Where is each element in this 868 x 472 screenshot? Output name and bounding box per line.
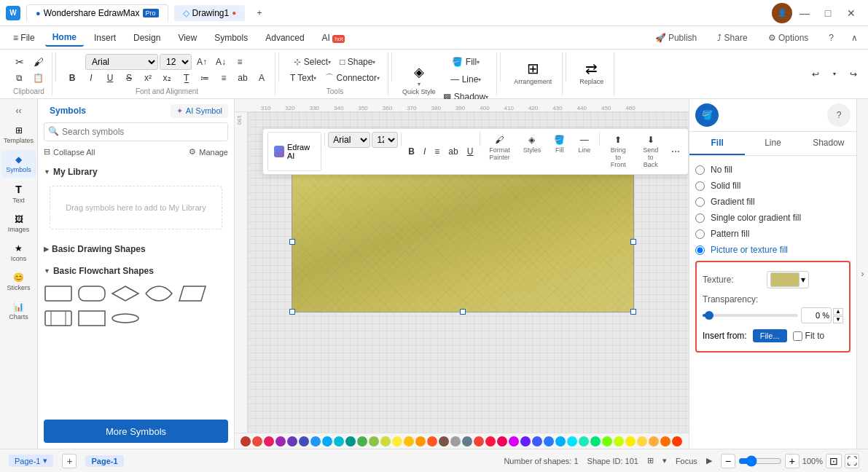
- my-library-header[interactable]: ▼ My Library: [44, 164, 228, 180]
- sidebar-item-icons[interactable]: ★ Icons: [1, 239, 36, 267]
- color-swatch[interactable]: [660, 436, 670, 447]
- symbols-panel-tab[interactable]: Symbols: [44, 103, 92, 118]
- color-swatch[interactable]: [241, 436, 251, 447]
- line-button[interactable]: — Line ▾: [439, 71, 492, 87]
- options-button[interactable]: ⚙ Options: [761, 30, 816, 46]
- color-swatch[interactable]: [439, 436, 449, 447]
- drawing-tab-close[interactable]: ●: [232, 9, 236, 17]
- float-align-button[interactable]: ≡: [431, 132, 443, 171]
- color-swatch[interactable]: [357, 436, 367, 447]
- question-panel-icon[interactable]: ?: [827, 103, 851, 127]
- add-page-button[interactable]: +: [62, 454, 77, 468]
- color-swatch[interactable]: [334, 436, 344, 447]
- shape-button[interactable]: □ Shape ▾: [336, 54, 379, 70]
- list-item[interactable]: [111, 283, 140, 304]
- float-line-button[interactable]: — Line: [575, 133, 593, 155]
- manage-button[interactable]: ⚙ Manage: [189, 147, 228, 157]
- italic-button[interactable]: I: [82, 70, 100, 86]
- paste-button[interactable]: 📋: [29, 70, 47, 86]
- color-swatch[interactable]: [590, 436, 601, 447]
- list-item[interactable]: [111, 308, 140, 329]
- color-swatch[interactable]: [614, 436, 624, 447]
- picture-texture-option[interactable]: Picture or texture fill: [695, 242, 851, 258]
- color-swatch[interactable]: [345, 436, 356, 447]
- color-swatch[interactable]: [567, 436, 577, 447]
- bold-button[interactable]: B: [63, 70, 81, 86]
- font-color-button[interactable]: A: [253, 70, 270, 86]
- handle-bottom-right[interactable]: [630, 309, 636, 315]
- zoom-in-button[interactable]: +: [785, 454, 799, 468]
- menu-file[interactable]: ≡ File: [6, 30, 42, 46]
- file-button[interactable]: File...: [753, 329, 787, 342]
- strikethrough-button[interactable]: S: [120, 70, 138, 86]
- canvas-shape[interactable]: [292, 170, 634, 312]
- fill-button[interactable]: 🪣 Fill ▾: [439, 54, 492, 70]
- color-swatch[interactable]: [299, 436, 309, 447]
- color-swatch[interactable]: [427, 436, 437, 447]
- solid-fill-option[interactable]: Solid fill: [695, 178, 851, 194]
- page-tab-selector[interactable]: Page-1 ▾: [9, 455, 53, 467]
- collapse-all-button[interactable]: ⊟ Collapse All: [44, 147, 95, 157]
- gradient-fill-option[interactable]: Gradient fill: [695, 194, 851, 210]
- close-button[interactable]: ✕: [840, 3, 862, 23]
- gradient-fill-radio[interactable]: [695, 197, 705, 207]
- float-bold-button[interactable]: B: [404, 132, 418, 171]
- select-button[interactable]: ⊹ Select ▾: [290, 54, 335, 70]
- menu-insert[interactable]: Insert: [87, 30, 123, 46]
- menu-home[interactable]: Home: [45, 29, 84, 47]
- color-swatch[interactable]: [275, 436, 286, 447]
- handle-bottom-middle[interactable]: [460, 309, 466, 315]
- menu-advanced[interactable]: Advanced: [258, 30, 311, 46]
- color-swatch[interactable]: [509, 436, 519, 447]
- float-underline-button[interactable]: U: [464, 132, 477, 171]
- menu-ai[interactable]: AI hot: [315, 30, 353, 46]
- color-swatch[interactable]: [369, 436, 379, 447]
- drawing-tab[interactable]: ◇ Drawing1 ●: [174, 5, 246, 21]
- handle-middle-right[interactable]: [630, 239, 636, 245]
- solid-fill-radio[interactable]: [695, 181, 705, 191]
- color-swatch[interactable]: [264, 436, 274, 447]
- font-grow-button[interactable]: A↑: [193, 54, 211, 70]
- replace-button[interactable]: ⇄ Replace: [574, 54, 609, 91]
- color-swatch[interactable]: [322, 436, 332, 447]
- color-swatch[interactable]: [520, 436, 531, 447]
- color-swatch[interactable]: [474, 436, 484, 447]
- share-button[interactable]: ⤴ Share: [710, 30, 754, 46]
- numbering-button[interactable]: ≡: [215, 70, 232, 86]
- underline-button[interactable]: U: [101, 70, 119, 86]
- pattern-fill-option[interactable]: Pattern fill: [695, 226, 851, 242]
- color-swatch[interactable]: [497, 436, 507, 447]
- float-fill-button[interactable]: 🪣 Fill: [551, 133, 568, 155]
- color-swatch[interactable]: [649, 436, 659, 447]
- float-format-painter-button[interactable]: 🖌 FormatPainter: [486, 133, 513, 162]
- app-tab-edrawmax[interactable]: ● Wondershare EdrawMax Pro: [26, 4, 168, 21]
- color-swatch[interactable]: [252, 436, 262, 447]
- color-swatch[interactable]: [392, 436, 402, 447]
- fullscreen-button[interactable]: ⛶: [845, 454, 859, 468]
- undo-button[interactable]: ↩: [807, 66, 824, 82]
- float-italic-button[interactable]: I: [420, 132, 429, 171]
- canvas-content[interactable]: Edraw AI Arial 12 B I ≡ ab U: [248, 112, 689, 433]
- more-symbols-button[interactable]: More Symbols: [44, 420, 228, 443]
- ai-symbol-button[interactable]: ✦ AI Symbol: [171, 104, 228, 118]
- float-ab-button[interactable]: ab: [445, 132, 461, 171]
- menu-view[interactable]: View: [171, 30, 204, 46]
- sidebar-item-templates[interactable]: ⊞ Templates: [1, 121, 36, 149]
- single-color-option[interactable]: Single color gradient fill: [695, 210, 851, 226]
- publish-button[interactable]: 🚀 Publish: [648, 30, 705, 46]
- color-swatch[interactable]: [579, 436, 589, 447]
- list-item[interactable]: [77, 308, 106, 329]
- color-swatch[interactable]: [672, 436, 682, 447]
- no-fill-option[interactable]: No fill: [695, 162, 851, 178]
- maximize-button[interactable]: □: [817, 3, 839, 23]
- text-format-button[interactable]: T̲: [177, 70, 195, 86]
- color-swatch[interactable]: [544, 436, 554, 447]
- text-button[interactable]: T Text ▾: [286, 70, 320, 86]
- float-size-select[interactable]: 12: [372, 132, 398, 148]
- single-color-radio[interactable]: [695, 213, 705, 223]
- superscript-button[interactable]: x²: [139, 70, 157, 86]
- connector-button[interactable]: ⌒ Connector ▾: [321, 70, 383, 86]
- color-swatch[interactable]: [310, 436, 321, 447]
- subscript-button[interactable]: x₂: [158, 70, 176, 86]
- copy-button[interactable]: ⧉: [10, 70, 28, 86]
